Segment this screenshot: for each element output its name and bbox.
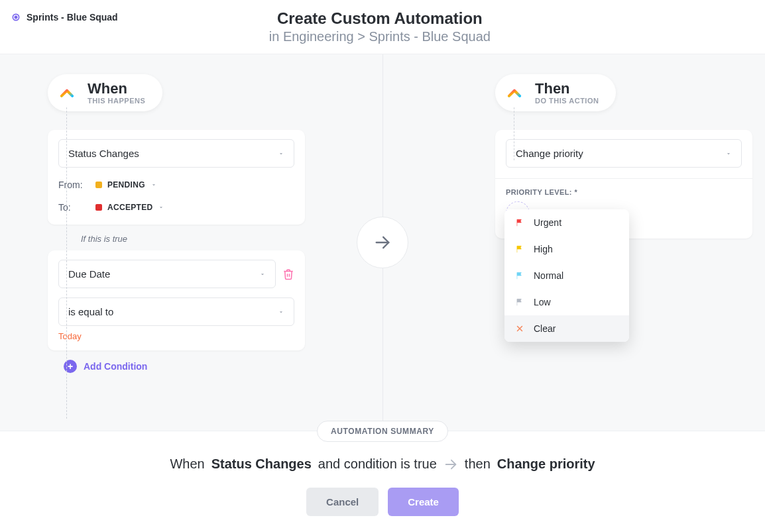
when-title: When — [88, 81, 145, 97]
trigger-select[interactable]: Status Changes — [58, 139, 294, 168]
page-title: Create Custom Automation — [118, 9, 642, 28]
summary-badge: AUTOMATION SUMMARY — [317, 421, 448, 442]
flag-icon — [515, 244, 524, 254]
condition-intro: If this is true — [81, 234, 305, 244]
cancel-button[interactable]: Cancel — [306, 488, 379, 516]
chevron-down-icon — [725, 150, 732, 157]
from-label: From: — [58, 180, 88, 190]
priority-option-label: Normal — [534, 270, 563, 281]
condition-card: Due Date is equal to Today — [48, 250, 305, 350]
automation-summary-sentence: When Status Changes and condition is tru… — [0, 456, 765, 472]
add-condition-button[interactable]: + Add Condition — [64, 360, 305, 373]
connector-line — [66, 107, 67, 419]
when-subtitle: THIS HAPPENS — [88, 97, 145, 105]
page-subtitle: in Engineering > Sprints - Blue Squad — [118, 29, 642, 44]
priority-level-label: PRIORITY LEVEL: * — [506, 188, 742, 196]
to-status-select[interactable]: ACCEPTED — [95, 203, 164, 212]
when-header: When THIS HAPPENS — [48, 74, 162, 111]
priority-option-label: Clear — [534, 323, 556, 334]
to-status-name: ACCEPTED — [107, 203, 152, 212]
condition-field: Due Date — [68, 268, 110, 280]
priority-option-label: Low — [534, 297, 551, 307]
create-button[interactable]: Create — [388, 488, 459, 516]
chevron-down-icon — [259, 271, 266, 278]
then-header: Then DO THIS ACTION — [495, 74, 616, 111]
action-value: Change priority — [516, 148, 583, 159]
flow-arrow-icon — [357, 217, 408, 268]
condition-operator-select[interactable]: is equal to — [58, 297, 294, 326]
close-icon — [515, 324, 524, 333]
location-text: Sprints - Blue Squad — [27, 12, 118, 23]
priority-option-label: Urgent — [534, 217, 561, 228]
priority-option-normal[interactable]: Normal — [504, 262, 629, 289]
action-select[interactable]: Change priority — [506, 139, 742, 168]
condition-value[interactable]: Today — [58, 331, 294, 341]
breadcrumb-location[interactable]: Sprints - Blue Squad — [11, 12, 118, 23]
trigger-value: Status Changes — [68, 148, 139, 159]
add-condition-label: Add Condition — [84, 361, 147, 372]
priority-option-low[interactable]: Low — [504, 289, 629, 315]
to-label: To: — [58, 202, 88, 213]
arrow-right-icon — [443, 457, 458, 472]
priority-option-urgent[interactable]: Urgent — [504, 209, 629, 236]
target-icon — [11, 12, 21, 23]
condition-operator: is equal to — [68, 306, 113, 317]
then-subtitle: DO THIS ACTION — [535, 97, 599, 105]
svg-point-1 — [15, 16, 17, 18]
from-status-name: PENDING — [107, 180, 145, 189]
priority-option-clear[interactable]: Clear — [504, 315, 629, 342]
then-title: Then — [535, 81, 599, 97]
chevron-down-icon — [158, 204, 164, 211]
chevron-down-icon — [278, 150, 284, 157]
status-color-swatch — [95, 204, 102, 211]
flag-icon — [515, 297, 524, 307]
condition-field-select[interactable]: Due Date — [58, 260, 276, 288]
priority-dropdown: UrgentHighNormalLowClear — [504, 209, 629, 342]
chevron-down-icon — [278, 309, 284, 315]
flag-icon — [515, 271, 524, 280]
trigger-card: Status Changes From: PENDING To: — [48, 130, 305, 225]
delete-condition-icon[interactable] — [282, 268, 294, 280]
status-color-swatch — [95, 182, 102, 188]
connector-line — [514, 107, 514, 160]
clickup-logo-icon — [503, 81, 526, 104]
priority-option-high[interactable]: High — [504, 236, 629, 262]
flag-icon — [515, 218, 524, 227]
from-status-select[interactable]: PENDING — [95, 180, 157, 189]
clickup-logo-icon — [56, 81, 78, 104]
priority-option-label: High — [534, 244, 553, 254]
plus-circle-icon: + — [64, 360, 77, 373]
chevron-down-icon — [150, 182, 157, 188]
